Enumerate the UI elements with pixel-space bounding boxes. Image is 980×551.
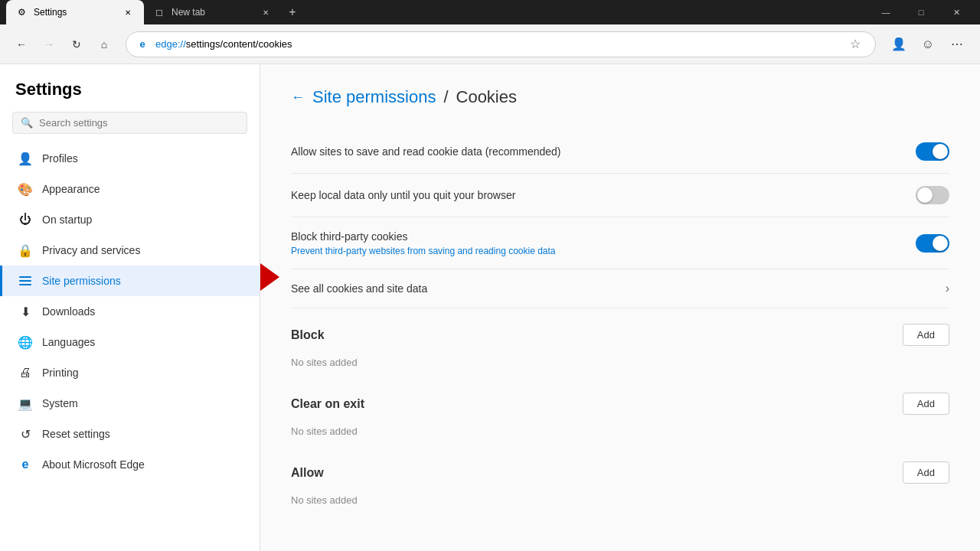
svg-marker-3 <box>260 263 279 291</box>
annotation-arrow <box>260 263 279 294</box>
favorite-button[interactable]: ☆ <box>844 34 866 55</box>
sidebar-item-on-startup[interactable]: ⏻ On startup <box>0 204 260 235</box>
toolbar-actions: 👤 ☺ ⋯ <box>885 31 971 58</box>
sidebar-item-label: About Microsoft Edge <box>42 458 145 471</box>
breadcrumb-separator: / <box>443 87 448 107</box>
sidebar-item-site-permissions[interactable]: Site permissions <box>0 266 260 296</box>
sidebar-item-about[interactable]: e About Microsoft Edge <box>0 449 260 480</box>
sidebar-item-label: Printing <box>42 367 78 379</box>
allow-save-read-row: Allow sites to save and read cookie data… <box>291 130 949 174</box>
newtab-tab-label: New tab <box>172 7 253 18</box>
svg-rect-0 <box>19 276 31 278</box>
sidebar-item-languages[interactable]: 🌐 Languages <box>0 327 260 357</box>
address-text: edge://settings/content/cookies <box>155 38 838 50</box>
toggle-knob <box>917 187 933 203</box>
reset-icon: ↺ <box>18 426 33 442</box>
appearance-icon: 🎨 <box>18 181 33 197</box>
sidebar-item-downloads[interactable]: ⬇ Downloads <box>0 296 260 327</box>
allow-add-button[interactable]: Add <box>903 461 949 484</box>
address-scheme: edge:// <box>155 38 186 50</box>
clear-on-exit-add-button[interactable]: Add <box>903 393 949 415</box>
svg-rect-1 <box>19 280 31 282</box>
sidebar-item-system[interactable]: 💻 System <box>0 388 260 419</box>
settings-tab-close[interactable]: ✕ <box>121 5 135 19</box>
sidebar-item-privacy[interactable]: 🔒 Privacy and services <box>0 235 260 266</box>
search-box[interactable]: 🔍 <box>12 112 247 134</box>
search-icon: 🔍 <box>21 117 33 129</box>
toggle-knob <box>933 236 948 251</box>
newtab-tab-icon: ◻ <box>153 6 165 18</box>
sidebar-item-reset[interactable]: ↺ Reset settings <box>0 419 260 449</box>
sidebar-item-appearance[interactable]: 🎨 Appearance <box>0 174 260 204</box>
sidebar-item-label: Site permissions <box>42 275 121 287</box>
block-section-label: Block <box>291 328 325 342</box>
on-startup-icon: ⏻ <box>18 212 33 227</box>
allow-save-read-label-area: Allow sites to save and read cookie data… <box>291 145 916 158</box>
forward-button[interactable]: → <box>37 32 61 57</box>
content-area: ← Site permissions / Cookies Allow sites… <box>260 64 980 551</box>
allow-save-read-label: Allow sites to save and read cookie data… <box>291 145 561 158</box>
sidebar-item-label: Downloads <box>42 305 95 318</box>
breadcrumb-back-button[interactable]: ← <box>291 90 305 106</box>
maximize-button[interactable]: □ <box>903 0 939 24</box>
sidebar: Settings 🔍 👤 Profiles 🎨 Appearance ⏻ On … <box>0 64 260 551</box>
settings-tab[interactable]: ⚙ Settings ✕ <box>6 0 144 24</box>
minimize-button[interactable]: — <box>868 0 903 24</box>
close-button[interactable]: ✕ <box>939 0 974 24</box>
new-tab-button[interactable]: + <box>282 2 303 23</box>
see-all-label: See all cookies and site data <box>291 282 427 295</box>
clear-on-exit-section-label: Clear on exit <box>291 397 364 411</box>
settings-tab-label: Settings <box>34 7 115 18</box>
allow-section-label: Allow <box>291 466 324 480</box>
breadcrumb-parent[interactable]: Site permissions <box>312 87 436 107</box>
block-no-sites-text: No sites added <box>291 354 949 377</box>
home-button[interactable]: ⌂ <box>92 32 116 57</box>
clear-on-exit-no-sites-text: No sites added <box>291 422 949 446</box>
clear-on-exit-section-header: Clear on exit Add <box>291 377 949 422</box>
see-all-cookies-row[interactable]: See all cookies and site data › <box>291 269 949 308</box>
reload-button[interactable]: ↻ <box>64 32 89 57</box>
system-icon: 💻 <box>18 396 33 411</box>
breadcrumb: ← Site permissions / Cookies <box>291 87 949 107</box>
address-bar[interactable]: e edge://settings/content/cookies ☆ <box>126 31 876 57</box>
feedback-button[interactable]: ☺ <box>914 31 942 58</box>
back-button[interactable]: ← <box>9 32 34 57</box>
block-section-header: Block Add <box>291 308 949 354</box>
newtab-tab[interactable]: ◻ New tab ✕ <box>144 0 282 24</box>
keep-local-toggle[interactable] <box>916 186 949 204</box>
allow-section-header: Allow Add <box>291 446 949 491</box>
profiles-icon: 👤 <box>18 151 33 166</box>
sidebar-item-printing[interactable]: 🖨 Printing <box>0 357 260 388</box>
sidebar-item-label: System <box>42 397 78 409</box>
sidebar-item-profiles[interactable]: 👤 Profiles <box>0 143 260 174</box>
profile-button[interactable]: 👤 <box>885 31 913 58</box>
edge-logo: e <box>136 37 149 51</box>
downloads-icon: ⬇ <box>18 304 33 319</box>
privacy-icon: 🔒 <box>18 243 33 258</box>
sidebar-item-label: Appearance <box>42 183 100 195</box>
window-controls: — □ ✕ <box>868 0 974 24</box>
newtab-tab-close[interactable]: ✕ <box>259 5 273 19</box>
toolbar: ← → ↻ ⌂ e edge://settings/content/cookie… <box>0 24 980 64</box>
chevron-right-icon: › <box>946 282 949 295</box>
settings-tab-icon: ⚙ <box>15 6 28 18</box>
sidebar-item-label: Reset settings <box>42 428 110 440</box>
more-button[interactable]: ⋯ <box>943 31 971 58</box>
address-path: settings/content/cookies <box>186 38 292 50</box>
block-third-party-label-area: Block third-party cookies Prevent third-… <box>291 230 916 256</box>
languages-icon: 🌐 <box>18 334 33 350</box>
printing-icon: 🖨 <box>18 365 33 380</box>
sidebar-item-label: Languages <box>42 336 95 348</box>
keep-local-row: Keep local data only until you quit your… <box>291 174 949 217</box>
sidebar-item-label: On startup <box>42 214 92 226</box>
block-third-party-toggle[interactable] <box>916 234 949 253</box>
search-input[interactable] <box>39 117 239 129</box>
block-add-button[interactable]: Add <box>903 324 949 346</box>
toggle-knob <box>933 144 948 159</box>
breadcrumb-current: Cookies <box>456 87 517 107</box>
sidebar-item-label: Profiles <box>42 152 78 165</box>
allow-save-read-toggle[interactable] <box>916 142 949 161</box>
sidebar-item-label: Privacy and services <box>42 244 140 256</box>
main-layout: Settings 🔍 👤 Profiles 🎨 Appearance ⏻ On … <box>0 64 980 551</box>
allow-no-sites-text: No sites added <box>291 491 949 515</box>
